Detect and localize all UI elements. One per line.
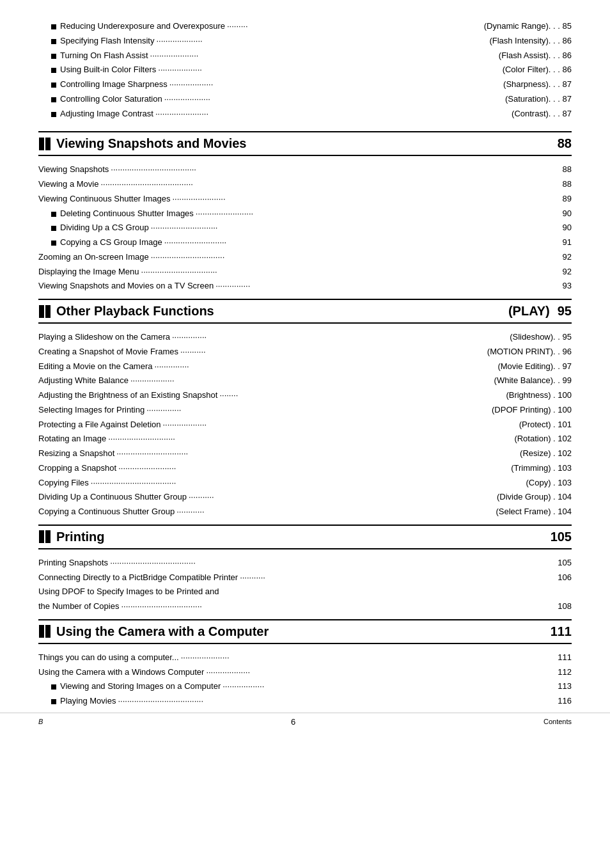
toc-entry: Dividing Up a Continuous Shutter Group··… xyxy=(38,490,572,505)
entry-page: 106 xyxy=(558,571,572,585)
entry-dots: ····························· xyxy=(149,221,563,235)
entry-page: (DPOF Printing) . 100 xyxy=(492,403,572,418)
entry-page: (Movie Editing). . 97 xyxy=(497,359,572,374)
section-title-text: Using the Camera with a Computer xyxy=(56,624,269,639)
entry-dots: ····································· xyxy=(116,694,558,709)
entry-dots: ··············· xyxy=(214,279,562,294)
toc-entry: Copying a Continuous Shutter Group······… xyxy=(38,505,572,519)
bullet-icon xyxy=(51,112,56,117)
svg-rect-7 xyxy=(45,625,51,638)
section-number: 111 xyxy=(551,624,572,639)
entry-page: 105 xyxy=(558,556,572,571)
entry-label: Viewing Continuous Shutter Images xyxy=(38,192,170,207)
footer-page-number: 6 xyxy=(43,717,544,727)
entry-page: (Slideshow). . 95 xyxy=(510,330,572,345)
entry-label: Specifying Flash Intensity xyxy=(60,34,154,49)
section-body-computer: Things you can do using a computer...···… xyxy=(38,651,572,709)
bullet-icon xyxy=(51,212,56,217)
entry-page: 108 xyxy=(558,599,572,614)
entry-page: 111 xyxy=(558,651,572,665)
toc-entry: Specifying Flash Intensity··············… xyxy=(38,34,572,49)
toc-entry: Editing a Movie on the Camera···········… xyxy=(38,359,572,374)
bullet-icon xyxy=(51,97,56,102)
toc-entry: Adjusting Image Contrast················… xyxy=(38,107,572,122)
entry-page: 92 xyxy=(563,250,572,265)
toc-entry: Deleting Continuous Shutter Images······… xyxy=(38,207,572,221)
toc-entry: Using the Camera with a Windows Computer… xyxy=(38,665,572,680)
section-title-text: Other Playback Functions xyxy=(56,304,214,319)
entry-label: Playing a Slideshow on the Camera xyxy=(38,330,170,345)
entry-label: Copying a Continuous Shutter Group xyxy=(38,505,175,519)
entry-label: Dividing Up a Continuous Shutter Group xyxy=(38,490,187,505)
bullet-icon xyxy=(51,699,56,704)
section-body-viewing: Viewing Snapshots·······················… xyxy=(38,162,572,294)
entry-dots: ····································· xyxy=(108,556,558,571)
entry-page: (Flash Assist). . . 86 xyxy=(499,49,572,63)
entry-dots: ··············· xyxy=(170,330,510,345)
entry-label: Cropping a Snapshot xyxy=(38,461,116,476)
entry-label: Viewing a Movie xyxy=(38,177,98,192)
entry-dots: ····················· xyxy=(148,49,499,63)
toc-entry: Displaying the Image Menu···············… xyxy=(38,265,572,280)
toc-entry: Playing a Slideshow on the Camera·······… xyxy=(38,330,572,345)
toc-entry: Viewing and Storing Images on a Computer… xyxy=(38,679,572,694)
bullet-icon xyxy=(51,241,56,246)
toc-entry: the Number of Copies····················… xyxy=(38,599,572,614)
toc-entry: Creating a Snapshot of Movie Frames·····… xyxy=(38,345,572,359)
entry-dots: ··············· xyxy=(152,359,497,374)
top-entries: Reducing Underexposure and Overexposure·… xyxy=(38,19,572,121)
entry-page: 92 xyxy=(563,265,572,280)
entry-dots: ··········· xyxy=(238,571,558,585)
entry-dots: ···················· xyxy=(154,34,489,49)
toc-entry: Resizing a Snapshot·····················… xyxy=(38,446,572,461)
entry-dots: ······················· xyxy=(170,192,562,207)
entry-page: (White Balance). . 99 xyxy=(494,374,572,388)
toc-entry: Controlling Image Sharpness·············… xyxy=(38,77,572,92)
entry-label: Connecting Directly to a PictBridge Comp… xyxy=(38,571,238,585)
entry-label: the Number of Copies xyxy=(38,599,119,614)
section-header-printing: Printing105 xyxy=(38,525,572,549)
toc-entry: Rotating an Image·······················… xyxy=(38,432,572,446)
page-footer: B 6 Contents xyxy=(0,713,610,727)
section-icon xyxy=(38,137,51,151)
entry-page: (Protect) . 101 xyxy=(519,418,572,432)
svg-rect-5 xyxy=(45,530,51,543)
footer-right: Contents xyxy=(544,718,572,725)
section-body-playback: Playing a Slideshow on the Camera·······… xyxy=(38,330,572,519)
entry-page: (Dynamic Range). . . 85 xyxy=(484,19,572,34)
entry-label: Adjusting the Brightness of an Existing … xyxy=(38,388,217,403)
entry-page: 91 xyxy=(563,235,572,250)
entry-page: (Rotation) . 102 xyxy=(514,432,572,446)
entry-label: Playing Movies xyxy=(60,694,116,709)
entry-page: (MOTION PRINT). . 96 xyxy=(487,345,572,359)
entry-label: Selecting Images for Printing xyxy=(38,403,145,418)
entry-dots: ··································· xyxy=(119,599,558,614)
entry-dots: ············ xyxy=(175,505,496,519)
entry-page: (Select Frame) . 104 xyxy=(496,505,572,519)
entry-label: Creating a Snapshot of Movie Frames xyxy=(38,345,178,359)
toc-entry: Selecting Images for Printing···········… xyxy=(38,403,572,418)
entry-page: (Copy) . 103 xyxy=(526,476,572,491)
toc-entry: Copying Files···························… xyxy=(38,476,572,491)
entry-dots: ········································ xyxy=(98,177,562,192)
entry-page: 93 xyxy=(563,279,572,294)
entry-label: Viewing Snapshots and Movies on a TV Scr… xyxy=(38,279,214,294)
section-header-computer: Using the Camera with a Computer111 xyxy=(38,619,572,644)
entry-dots: ······························· xyxy=(114,446,520,461)
entry-page: 88 xyxy=(563,162,572,177)
entry-label: Displaying the Image Menu xyxy=(38,265,139,280)
entry-label: Using Built-in Color Filters xyxy=(60,63,156,77)
toc-entry: Viewing Snapshots·······················… xyxy=(38,162,572,177)
entry-page: (Color Filter). . . 86 xyxy=(503,63,572,77)
toc-entry: Viewing a Movie·························… xyxy=(38,177,572,192)
svg-rect-1 xyxy=(45,138,51,150)
section-title-printing: Printing xyxy=(38,530,105,544)
bullet-icon xyxy=(51,226,56,231)
entry-page: 112 xyxy=(558,665,572,680)
bullet-icon xyxy=(51,684,56,690)
entry-dots: ········ xyxy=(217,388,506,403)
entry-label: Using the Camera with a Windows Computer xyxy=(38,665,204,680)
svg-rect-6 xyxy=(39,625,44,638)
entry-dots: ·················· xyxy=(221,679,558,694)
entry-dots: ······················· xyxy=(153,107,512,122)
